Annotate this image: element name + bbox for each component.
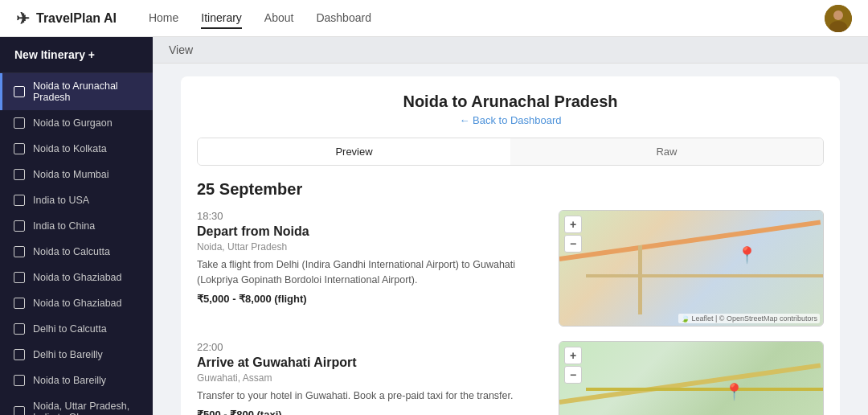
sidebar-item-label-3: Noida to Mumbai xyxy=(33,169,109,180)
item-icon-1 xyxy=(14,117,25,129)
map-road xyxy=(586,274,823,277)
item-icon-10 xyxy=(14,349,25,360)
sidebar-item-6[interactable]: Noida to Calcutta xyxy=(0,239,153,265)
event-cost-0: ₹5,000 - ₹8,000 (flight) xyxy=(197,293,546,305)
map-zoom-out[interactable]: − xyxy=(564,366,582,384)
nav-home[interactable]: Home xyxy=(149,8,178,29)
itinerary-card: Noida to Arunachal Pradesh ← Back to Das… xyxy=(181,76,840,415)
sidebar-item-7[interactable]: Noida to Ghaziabad xyxy=(0,265,153,290)
item-icon-11 xyxy=(14,375,25,386)
view-header: View xyxy=(153,37,868,64)
item-icon-5 xyxy=(14,220,25,232)
sidebar-item-label-4: India to USA xyxy=(33,195,89,206)
item-icon-3 xyxy=(14,169,25,180)
item-icon-6 xyxy=(14,246,25,257)
event-location-0: Noida, Uttar Pradesh xyxy=(197,241,546,253)
map-zoom-in[interactable]: + xyxy=(564,347,582,364)
sidebar-item-label-1: Noida to Gurgaon xyxy=(33,117,113,129)
event-title-0: Depart from Noida xyxy=(197,224,546,239)
event-map-1: 📍 + − 🍃 Leaflet | © OpenStreetMap contri… xyxy=(559,341,824,415)
sidebar-item-label-10: Delhi to Bareilly xyxy=(33,349,103,360)
content-area: Noida to Arunachal Pradesh ← Back to Das… xyxy=(153,64,868,415)
sidebar-item-11[interactable]: Noida to Bareilly xyxy=(0,368,153,393)
nav-dashboard[interactable]: Dashboard xyxy=(316,8,371,29)
sidebar-item-9[interactable]: Delhi to Calcutta xyxy=(0,316,153,342)
map-attribution: 🍃 Leaflet | © OpenStreetMap contributors xyxy=(678,314,820,323)
navbar: ✈ TravelPlan AI Home Itinerary About Das… xyxy=(0,0,868,37)
map-road xyxy=(559,220,821,262)
event-title-1: Arrive at Guwahati Airport xyxy=(197,355,546,370)
sidebar-item-label-7: Noida to Ghaziabad xyxy=(33,272,122,283)
sidebar-item-label-5: India to China xyxy=(33,220,95,232)
sidebar-item-3[interactable]: Noida to Mumbai xyxy=(0,162,153,187)
map-zoom-in[interactable]: + xyxy=(564,216,582,233)
sidebar-item-4[interactable]: India to USA xyxy=(0,187,153,213)
map-road xyxy=(559,363,821,405)
back-to-dashboard-link[interactable]: ← Back to Dashboard xyxy=(197,114,824,126)
sidebar-item-2[interactable]: Noida to Kolkata xyxy=(0,136,153,162)
tab-preview[interactable]: Preview xyxy=(198,138,510,165)
view-tabs: Preview Raw xyxy=(197,138,824,166)
sidebar-item-label-2: Noida to Kolkata xyxy=(33,143,107,154)
event-info-0: 18:30 Depart from Noida Noida, Uttar Pra… xyxy=(197,210,546,327)
nav-about[interactable]: About xyxy=(264,8,294,29)
item-icon-2 xyxy=(14,143,25,154)
sidebar-item-label-0: Noida to Arunachal Pradesh xyxy=(33,80,141,103)
new-itinerary-button[interactable]: New Itinerary + xyxy=(0,37,153,73)
date-header: 25 September xyxy=(197,180,824,199)
sidebar-item-12[interactable]: Noida, Uttar Pradesh, India to Ghaz xyxy=(0,393,153,415)
nav-links: Home Itinerary About Dashboard xyxy=(149,8,371,29)
item-icon-9 xyxy=(14,323,25,335)
item-icon-8 xyxy=(14,298,25,309)
user-avatar[interactable] xyxy=(825,5,852,32)
sidebar-item-label-6: Noida to Calcutta xyxy=(33,246,110,257)
event-desc-1: Transfer to your hotel in Guwahati. Book… xyxy=(197,388,546,404)
brand-logo: ✈ TravelPlan AI xyxy=(16,9,117,28)
sidebar-item-label-9: Delhi to Calcutta xyxy=(33,323,107,335)
event-cost-1: ₹500 - ₹800 (taxi) xyxy=(197,409,546,415)
event-card-1: 22:00 Arrive at Guwahati Airport Guwahat… xyxy=(197,341,824,415)
sidebar: New Itinerary + Noida to Arunachal Prade… xyxy=(0,37,153,415)
item-icon-4 xyxy=(14,195,25,206)
app-layout: New Itinerary + Noida to Arunachal Prade… xyxy=(0,37,868,415)
map-road xyxy=(638,245,642,314)
sidebar-item-label-12: Noida, Uttar Pradesh, India to Ghaz xyxy=(33,401,141,415)
sidebar-item-0[interactable]: Noida to Arunachal Pradesh xyxy=(0,73,153,110)
event-card-0: 18:30 Depart from Noida Noida, Uttar Pra… xyxy=(197,210,824,327)
event-time-1: 22:00 xyxy=(197,341,546,353)
map-pin-icon: 📍 xyxy=(737,245,757,265)
map-controls: + − xyxy=(564,216,582,253)
item-icon-7 xyxy=(14,272,25,283)
map-road xyxy=(586,388,823,391)
item-icon-0 xyxy=(14,86,25,97)
map-pin-icon: 📍 xyxy=(724,382,744,401)
sidebar-item-1[interactable]: Noida to Gurgaon xyxy=(0,110,153,136)
sidebar-item-5[interactable]: India to China xyxy=(0,213,153,239)
event-map-0: 📍 + − 🍃 Leaflet | © OpenStreetMap contri… xyxy=(559,210,824,327)
itinerary-title: Noida to Arunachal Pradesh xyxy=(197,92,824,111)
item-icon-12 xyxy=(14,406,25,415)
svg-point-1 xyxy=(833,10,843,20)
plane-icon: ✈ xyxy=(16,9,30,28)
tab-raw[interactable]: Raw xyxy=(510,138,823,165)
event-info-1: 22:00 Arrive at Guwahati Airport Guwahat… xyxy=(197,341,546,415)
sidebar-item-10[interactable]: Delhi to Bareilly xyxy=(0,342,153,368)
map-controls: + − xyxy=(564,347,582,384)
main-content: View Noida to Arunachal Pradesh ← Back t… xyxy=(153,37,868,415)
map-zoom-out[interactable]: − xyxy=(564,235,582,253)
sidebar-item-8[interactable]: Noida to Ghaziabad xyxy=(0,290,153,316)
event-location-1: Guwahati, Assam xyxy=(197,372,546,384)
brand-name: TravelPlan AI xyxy=(36,11,117,26)
event-time-0: 18:30 xyxy=(197,210,546,222)
event-desc-0: Take a flight from Delhi (Indira Gandhi … xyxy=(197,257,546,288)
sidebar-item-label-8: Noida to Ghaziabad xyxy=(33,298,122,309)
nav-itinerary[interactable]: Itinerary xyxy=(201,8,242,29)
sidebar-item-label-11: Noida to Bareilly xyxy=(33,375,106,386)
